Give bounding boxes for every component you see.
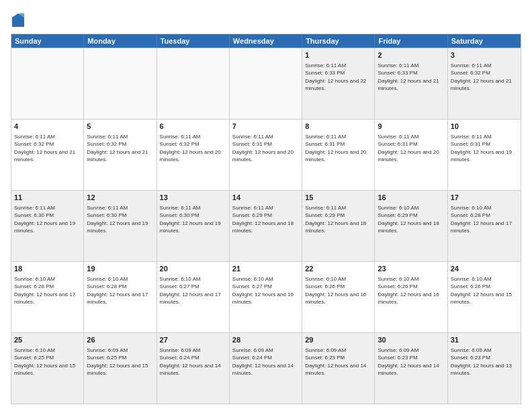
cell-info: Sunrise: 6:10 AMSunset: 6:28 PMDaylight:…: [14, 276, 75, 305]
calendar-body: 1 Sunrise: 6:11 AMSunset: 6:33 PMDayligh…: [11, 48, 521, 404]
day-number: 10: [451, 122, 518, 132]
cell-info: Sunrise: 6:11 AMSunset: 6:32 PMDaylight:…: [14, 134, 75, 163]
week-row-1: 4 Sunrise: 6:11 AMSunset: 6:32 PMDayligh…: [11, 119, 521, 190]
cell-info: Sunrise: 6:11 AMSunset: 6:29 PMDaylight:…: [305, 205, 366, 234]
cal-cell-1-6: 10 Sunrise: 6:11 AMSunset: 6:31 PMDaylig…: [448, 120, 521, 190]
cal-cell-1-4: 8 Sunrise: 6:11 AMSunset: 6:31 PMDayligh…: [302, 120, 375, 190]
cal-cell-3-4: 22 Sunrise: 6:10 AMSunset: 6:26 PMDaylig…: [302, 262, 375, 332]
cal-cell-2-0: 11 Sunrise: 6:11 AMSunset: 6:30 PMDaylig…: [11, 191, 84, 261]
day-number: 15: [305, 193, 371, 203]
cell-info: Sunrise: 6:11 AMSunset: 6:31 PMDaylight:…: [305, 134, 366, 163]
cell-info: Sunrise: 6:10 AMSunset: 6:28 PMDaylight:…: [87, 276, 148, 305]
day-number: 25: [14, 335, 81, 345]
cell-info: Sunrise: 6:11 AMSunset: 6:29 PMDaylight:…: [232, 205, 294, 234]
header: [11, 11, 521, 27]
cal-cell-1-5: 9 Sunrise: 6:11 AMSunset: 6:31 PMDayligh…: [375, 120, 447, 190]
day-number: 28: [232, 335, 299, 345]
week-row-0: 1 Sunrise: 6:11 AMSunset: 6:33 PMDayligh…: [11, 48, 521, 119]
day-number: 4: [14, 122, 81, 132]
cal-cell-2-2: 13 Sunrise: 6:11 AMSunset: 6:30 PMDaylig…: [157, 191, 230, 261]
day-number: 16: [378, 193, 444, 203]
cell-info: Sunrise: 6:10 AMSunset: 6:27 PMDaylight:…: [232, 276, 294, 305]
cell-info: Sunrise: 6:09 AMSunset: 6:23 PMDaylight:…: [305, 347, 366, 376]
header-saturday: Saturday: [448, 34, 521, 48]
calendar-header: Sunday Monday Tuesday Wednesday Thursday…: [11, 34, 521, 48]
day-number: 31: [451, 335, 518, 345]
cal-cell-4-1: 26 Sunrise: 6:09 AMSunset: 6:25 PMDaylig…: [84, 333, 157, 404]
cell-info: Sunrise: 6:11 AMSunset: 6:31 PMDaylight:…: [451, 134, 512, 163]
day-number: 23: [378, 264, 444, 274]
cal-cell-1-2: 6 Sunrise: 6:11 AMSunset: 6:32 PMDayligh…: [157, 120, 230, 190]
day-number: 1: [305, 50, 371, 60]
cell-info: Sunrise: 6:10 AMSunset: 6:29 PMDaylight:…: [378, 205, 439, 234]
cal-cell-4-2: 27 Sunrise: 6:09 AMSunset: 6:24 PMDaylig…: [157, 333, 230, 404]
day-number: 21: [232, 264, 299, 274]
header-tuesday: Tuesday: [157, 34, 230, 48]
week-row-2: 11 Sunrise: 6:11 AMSunset: 6:30 PMDaylig…: [11, 190, 521, 261]
cal-cell-0-4: 1 Sunrise: 6:11 AMSunset: 6:33 PMDayligh…: [302, 48, 375, 119]
cell-info: Sunrise: 6:11 AMSunset: 6:32 PMDaylight:…: [160, 134, 221, 163]
cal-cell-4-6: 31 Sunrise: 6:09 AMSunset: 6:23 PMDaylig…: [448, 333, 521, 404]
day-number: 6: [160, 122, 226, 132]
cal-cell-3-5: 23 Sunrise: 6:10 AMSunset: 6:26 PMDaylig…: [375, 262, 447, 332]
day-number: 9: [378, 122, 444, 132]
cell-info: Sunrise: 6:10 AMSunset: 6:26 PMDaylight:…: [305, 276, 366, 305]
cell-info: Sunrise: 6:11 AMSunset: 6:30 PMDaylight:…: [160, 205, 221, 234]
cal-cell-4-5: 30 Sunrise: 6:09 AMSunset: 6:23 PMDaylig…: [375, 333, 447, 404]
day-number: 14: [232, 193, 299, 203]
cal-cell-2-5: 16 Sunrise: 6:10 AMSunset: 6:29 PMDaylig…: [375, 191, 447, 261]
cal-cell-4-4: 29 Sunrise: 6:09 AMSunset: 6:23 PMDaylig…: [302, 333, 375, 404]
header-friday: Friday: [375, 34, 447, 48]
week-row-4: 25 Sunrise: 6:10 AMSunset: 6:25 PMDaylig…: [11, 332, 521, 404]
day-number: 8: [305, 122, 371, 132]
cell-info: Sunrise: 6:11 AMSunset: 6:31 PMDaylight:…: [378, 134, 439, 163]
cal-cell-0-0: [11, 48, 84, 119]
cal-cell-2-3: 14 Sunrise: 6:11 AMSunset: 6:29 PMDaylig…: [230, 191, 302, 261]
cal-cell-1-1: 5 Sunrise: 6:11 AMSunset: 6:32 PMDayligh…: [84, 120, 157, 190]
cell-info: Sunrise: 6:11 AMSunset: 6:32 PMDaylight:…: [451, 62, 512, 91]
day-number: 18: [14, 264, 81, 274]
cell-info: Sunrise: 6:10 AMSunset: 6:25 PMDaylight:…: [14, 347, 75, 376]
day-number: 20: [160, 264, 226, 274]
day-number: 2: [378, 50, 444, 60]
header-wednesday: Wednesday: [230, 34, 302, 48]
cal-cell-4-0: 25 Sunrise: 6:10 AMSunset: 6:25 PMDaylig…: [11, 333, 84, 404]
cell-info: Sunrise: 6:10 AMSunset: 6:26 PMDaylight:…: [378, 276, 439, 305]
cell-info: Sunrise: 6:11 AMSunset: 6:31 PMDaylight:…: [232, 134, 294, 163]
logo-icon: [12, 13, 24, 27]
week-row-3: 18 Sunrise: 6:10 AMSunset: 6:28 PMDaylig…: [11, 261, 521, 332]
cal-cell-2-1: 12 Sunrise: 6:11 AMSunset: 6:30 PMDaylig…: [84, 191, 157, 261]
cal-cell-0-2: [157, 48, 230, 119]
cal-cell-2-6: 17 Sunrise: 6:10 AMSunset: 6:28 PMDaylig…: [448, 191, 521, 261]
cell-info: Sunrise: 6:11 AMSunset: 6:30 PMDaylight:…: [14, 205, 75, 234]
cal-cell-0-1: [84, 48, 157, 119]
cell-info: Sunrise: 6:11 AMSunset: 6:33 PMDaylight:…: [305, 62, 366, 91]
cal-cell-3-6: 24 Sunrise: 6:10 AMSunset: 6:26 PMDaylig…: [448, 262, 521, 332]
cal-cell-0-5: 2 Sunrise: 6:11 AMSunset: 6:33 PMDayligh…: [375, 48, 447, 119]
header-monday: Monday: [84, 34, 157, 48]
cal-cell-0-3: [230, 48, 302, 119]
header-thursday: Thursday: [302, 34, 375, 48]
cell-info: Sunrise: 6:09 AMSunset: 6:25 PMDaylight:…: [87, 347, 148, 376]
cal-cell-0-6: 3 Sunrise: 6:11 AMSunset: 6:32 PMDayligh…: [448, 48, 521, 119]
day-number: 19: [87, 264, 153, 274]
page: Sunday Monday Tuesday Wednesday Thursday…: [0, 0, 532, 411]
cell-info: Sunrise: 6:11 AMSunset: 6:30 PMDaylight:…: [87, 205, 148, 234]
cell-info: Sunrise: 6:10 AMSunset: 6:26 PMDaylight:…: [451, 276, 512, 305]
cal-cell-3-1: 19 Sunrise: 6:10 AMSunset: 6:28 PMDaylig…: [84, 262, 157, 332]
cal-cell-2-4: 15 Sunrise: 6:11 AMSunset: 6:29 PMDaylig…: [302, 191, 375, 261]
day-number: 30: [378, 335, 444, 345]
cal-cell-3-2: 20 Sunrise: 6:10 AMSunset: 6:27 PMDaylig…: [157, 262, 230, 332]
cal-cell-3-0: 18 Sunrise: 6:10 AMSunset: 6:28 PMDaylig…: [11, 262, 84, 332]
cell-info: Sunrise: 6:11 AMSunset: 6:33 PMDaylight:…: [378, 62, 439, 91]
day-number: 22: [305, 264, 371, 274]
day-number: 24: [451, 264, 518, 274]
cal-cell-1-3: 7 Sunrise: 6:11 AMSunset: 6:31 PMDayligh…: [230, 120, 302, 190]
day-number: 13: [160, 193, 226, 203]
day-number: 3: [451, 50, 518, 60]
cal-cell-4-3: 28 Sunrise: 6:09 AMSunset: 6:24 PMDaylig…: [230, 333, 302, 404]
day-number: 27: [160, 335, 226, 345]
logo: [11, 13, 24, 27]
cal-cell-3-3: 21 Sunrise: 6:10 AMSunset: 6:27 PMDaylig…: [230, 262, 302, 332]
cell-info: Sunrise: 6:11 AMSunset: 6:32 PMDaylight:…: [87, 134, 148, 163]
